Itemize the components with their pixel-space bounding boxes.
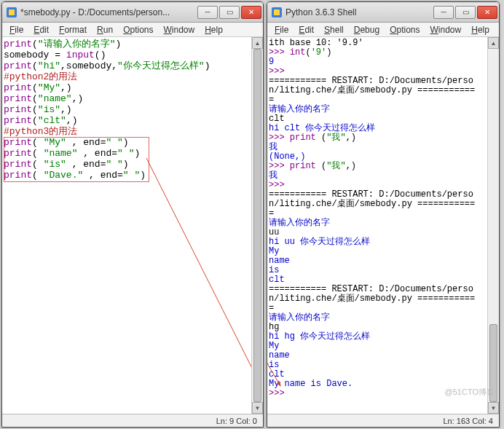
editor-title: *smebody.py - D:/Documents/person...	[20, 7, 192, 17]
scroll-up-icon[interactable]: ▲	[488, 37, 499, 49]
scroll-up-icon[interactable]: ▲	[252, 37, 263, 49]
minimize-button[interactable]: ─	[433, 6, 454, 19]
close-button[interactable]: ✕	[241, 6, 261, 19]
shell-client: ith base 10: '9.9'>>> int('9')9>>> =====…	[267, 37, 499, 414]
code-line: 请输入你的名字	[269, 105, 497, 114]
code-line: >>> print ("我",)	[269, 133, 497, 143]
code-line: print( "Dave." , end=" ")	[4, 170, 261, 181]
code-line: print("请输入你的名字")	[4, 39, 261, 50]
menu-file[interactable]: File	[270, 24, 293, 36]
code-line: 9	[269, 58, 497, 67]
code-line: print("My",)	[4, 82, 261, 93]
code-line: My	[269, 247, 497, 256]
menu-edit[interactable]: Edit	[29, 24, 53, 36]
editor-statusbar: Ln: 9 Col: 0	[2, 414, 263, 427]
scroll-thumb[interactable]	[489, 324, 497, 402]
editor-scrollbar[interactable]: ▲ ▼	[251, 37, 263, 414]
scroll-down-icon[interactable]: ▼	[252, 402, 263, 414]
code-line: n/liting.che/桌面/smebody.py ===========	[269, 86, 497, 95]
menu-options[interactable]: Options	[385, 24, 424, 36]
code-line: >>> print ("我",)	[269, 162, 497, 171]
menu-shell[interactable]: Shell	[320, 24, 348, 36]
code-line: print("clt",)	[4, 115, 261, 126]
shell-menubar: FileEditShellDebugOptionsWindowHelp	[267, 23, 499, 37]
editor-cursor-pos: Ln: 9 Col: 0	[216, 417, 257, 425]
menu-window[interactable]: Window	[160, 24, 200, 36]
editor-client: print("请输入你的名字")somebody = input()print(…	[2, 37, 263, 414]
code-line: n/liting.che/桌面/smebody.py ===========	[269, 294, 497, 304]
maximize-button[interactable]: ▭	[219, 6, 240, 19]
code-line: >>> int('9')	[269, 48, 497, 58]
code-line: #python2的用法	[4, 71, 261, 82]
editor-titlebar[interactable]: *smebody.py - D:/Documents/person... ─ ▭…	[2, 2, 263, 23]
code-line: print("is",)	[4, 104, 261, 115]
minimize-button[interactable]: ─	[197, 6, 218, 19]
code-line: #python3的用法	[4, 126, 261, 137]
code-line: print( "My" , end=" ")	[4, 137, 261, 148]
code-line: 请输入你的名字	[269, 219, 497, 228]
code-line: is	[269, 266, 497, 275]
editor-window: *smebody.py - D:/Documents/person... ─ ▭…	[1, 1, 264, 428]
python-icon	[272, 7, 282, 17]
code-line: n/liting.che/桌面/smebody.py ===========	[269, 200, 497, 209]
shell-statusbar: Ln: 163 Col: 4	[267, 414, 499, 427]
shell-scrollbar[interactable]: ▲ ▼	[487, 37, 499, 414]
code-line: My	[269, 342, 497, 351]
scroll-down-icon[interactable]: ▼	[488, 402, 499, 414]
window-buttons: ─ ▭ ✕	[432, 6, 497, 19]
python-file-icon	[7, 7, 17, 17]
menu-format[interactable]: Format	[55, 24, 91, 36]
menu-options[interactable]: Options	[119, 24, 157, 36]
code-line: is	[269, 361, 497, 370]
code-editor[interactable]: print("请输入你的名字")somebody = input()print(…	[2, 37, 263, 182]
shell-title: Python 3.6.3 Shell	[286, 7, 428, 17]
code-line: 请输入你的名字	[269, 313, 497, 323]
menu-debug[interactable]: Debug	[350, 24, 384, 36]
code-line: print("hi",somebody,"你今天过得怎么样")	[4, 60, 261, 71]
code-line: somebody = input()	[4, 50, 261, 60]
menu-help[interactable]: Help	[200, 24, 227, 36]
menu-help[interactable]: Help	[467, 24, 494, 36]
editor-menubar: FileEditFormatRunOptionsWindowHelp	[2, 23, 263, 37]
code-line: print( "name" , end=" ")	[4, 148, 261, 159]
code-line: >>>	[269, 389, 497, 398]
code-line: print( "is" , end=" ")	[4, 159, 261, 170]
scroll-thumb[interactable]	[253, 49, 261, 402]
code-line: name	[269, 256, 497, 266]
menu-window[interactable]: Window	[426, 24, 466, 36]
shell-cursor-pos: Ln: 163 Col: 4	[444, 417, 494, 425]
close-button[interactable]: ✕	[477, 6, 497, 19]
svg-line-0	[146, 158, 263, 410]
menu-run[interactable]: Run	[92, 24, 117, 36]
code-line: My name is Dave.	[269, 379, 497, 389]
code-line: hi uu 你今天过得怎么样	[269, 237, 497, 247]
shell-window: Python 3.6.3 Shell ─ ▭ ✕ FileEditShellDe…	[267, 1, 500, 428]
shell-output[interactable]: ith base 10: '9.9'>>> int('9')9>>> =====…	[267, 37, 499, 400]
menu-edit[interactable]: Edit	[294, 24, 318, 36]
code-line: 我	[269, 171, 497, 181]
window-buttons: ─ ▭ ✕	[196, 6, 261, 19]
code-line: hi hg 你今天过得怎么样	[269, 332, 497, 342]
maximize-button[interactable]: ▭	[455, 6, 476, 19]
code-line: name	[269, 351, 497, 361]
shell-titlebar[interactable]: Python 3.6.3 Shell ─ ▭ ✕	[267, 2, 499, 23]
menu-file[interactable]: File	[5, 24, 28, 36]
code-line: print("name",)	[4, 93, 261, 104]
